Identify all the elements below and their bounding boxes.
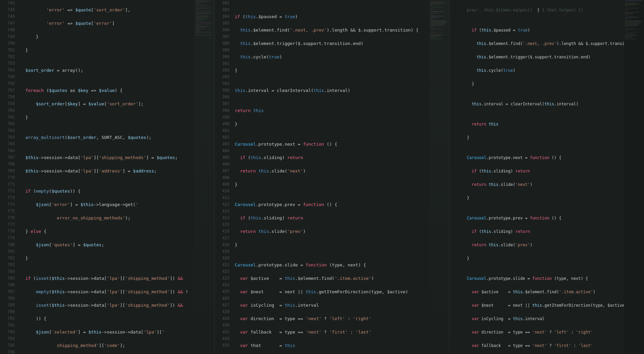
right-line-numbers	[449, 0, 464, 354]
middle-line-numbers: 382 383 384 385 386 387 388 389 390 391 …	[215, 0, 232, 354]
middle-panel: 382 383 384 385 386 387 388 389 390 391 …	[215, 0, 449, 354]
middle-minimap	[429, 0, 449, 354]
left-line-numbers: 744 745 746 747 748 749 750 751 752 753 …	[0, 0, 17, 354]
right-code[interactable]: prev', this.$items.eq(pos)) } { that.to(…	[464, 0, 624, 354]
middle-code[interactable]: if (this.$paused = true) this.$element.f…	[232, 0, 429, 354]
right-minimap	[624, 0, 644, 354]
left-panel: 744 745 746 747 748 749 750 751 752 753 …	[0, 0, 215, 354]
left-code[interactable]: 'error' => $quote['sort_order'], 'error'…	[17, 0, 194, 354]
right-panel: prev', this.$items.eq(pos)) } { that.to(…	[449, 0, 644, 354]
editor: 744 745 746 747 748 749 750 751 752 753 …	[0, 0, 644, 354]
left-minimap	[194, 0, 214, 354]
